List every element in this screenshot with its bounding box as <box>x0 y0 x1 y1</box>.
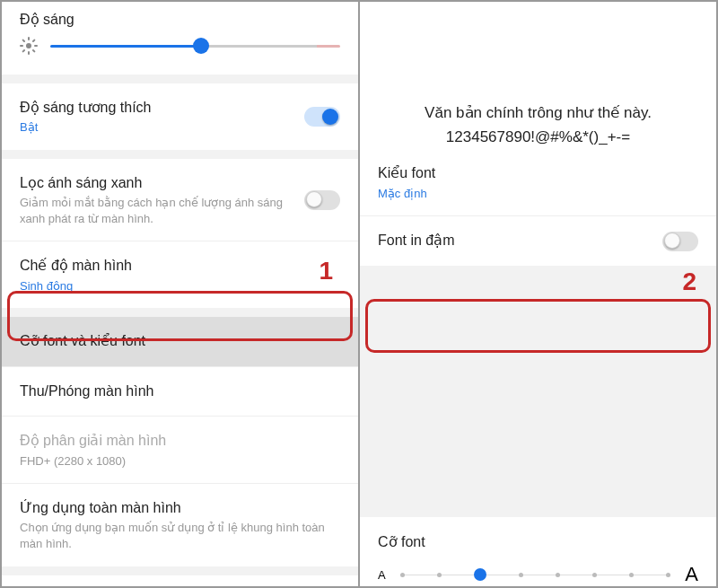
fullscreen-apps-title: Ứng dụng toàn màn hình <box>20 498 340 518</box>
resolution-row[interactable]: Độ phân giải màn hình FHD+ (2280 x 1080) <box>2 417 358 484</box>
adaptive-brightness-toggle[interactable] <box>304 107 340 127</box>
screen-zoom-label: Thu/Phóng màn hình <box>20 382 340 401</box>
font-style-row[interactable]: Kiểu font Mặc định <box>360 149 716 216</box>
font-style-title: Kiểu font <box>378 163 698 183</box>
adaptive-brightness-row[interactable]: Độ sáng tương thích Bật <box>2 83 358 150</box>
font-size-section: Cỡ font A A <box>360 517 716 586</box>
font-size-dots[interactable] <box>397 566 675 584</box>
brightness-label: Độ sáng <box>20 11 340 28</box>
fullscreen-apps-desc: Chọn ứng dụng bạn muốn sử dụng ở tỉ lệ k… <box>20 520 340 551</box>
bold-font-label: Font in đậm <box>378 231 662 250</box>
brightness-slider[interactable] <box>20 37 340 55</box>
preview-text-line1: Văn bản chính trông như thế này. <box>378 101 698 125</box>
fullscreen-apps-row[interactable]: Ứng dụng toàn màn hình Chọn ứng dụng bạn… <box>2 484 358 566</box>
screen-mode-row[interactable]: Chế độ màn hình Sinh động <box>2 241 358 308</box>
display-settings-panel: Độ sáng <box>2 2 360 586</box>
resolution-title: Độ phân giải màn hình <box>20 431 340 451</box>
font-size-label: Cỡ font <box>378 533 698 550</box>
brightness-icon <box>20 37 38 55</box>
bold-font-row[interactable]: Font in đậm <box>360 216 716 265</box>
font-size-slider[interactable]: A A <box>378 563 698 586</box>
font-style-value: Mặc định <box>378 186 698 202</box>
brightness-section: Độ sáng <box>2 2 358 75</box>
screen-zoom-row[interactable]: Thu/Phóng màn hình <box>2 367 358 417</box>
screen-mode-title: Chế độ màn hình <box>20 256 340 276</box>
cutoff-row <box>2 575 358 586</box>
bluelight-filter-row[interactable]: Lọc ánh sáng xanh Giảm mỏi mắt bằng cách… <box>2 159 358 241</box>
big-a-icon: A <box>685 563 698 586</box>
small-a-icon: A <box>378 568 386 582</box>
annotation-number-2: 2 <box>682 268 696 296</box>
bluelight-desc: Giảm mỏi mắt bằng cách hạn chế lượng ánh… <box>20 195 304 226</box>
adaptive-brightness-title: Độ sáng tương thích <box>20 98 304 118</box>
resolution-value: FHD+ (2280 x 1080) <box>20 453 340 470</box>
screenshot-container: Độ sáng <box>0 0 718 588</box>
preview-text-line2: 1234567890!@#%&*()_+-= <box>378 125 698 149</box>
font-size-style-row[interactable]: Cỡ font và kiểu font <box>2 317 358 366</box>
bold-font-toggle[interactable] <box>662 232 698 251</box>
brightness-track[interactable] <box>50 45 340 48</box>
screen-mode-value: Sinh động <box>20 278 340 294</box>
adaptive-brightness-status: Bật <box>20 119 304 136</box>
annotation-number-1: 1 <box>319 257 333 285</box>
bluelight-toggle[interactable] <box>304 190 340 210</box>
font-size-style-label: Cỡ font và kiểu font <box>20 331 340 351</box>
bluelight-title: Lọc ánh sáng xanh <box>20 173 304 193</box>
font-settings-panel: Văn bản chính trông như thế này. 1234567… <box>360 2 716 586</box>
brightness-thumb[interactable] <box>193 38 209 54</box>
font-size-thumb[interactable] <box>474 568 486 581</box>
